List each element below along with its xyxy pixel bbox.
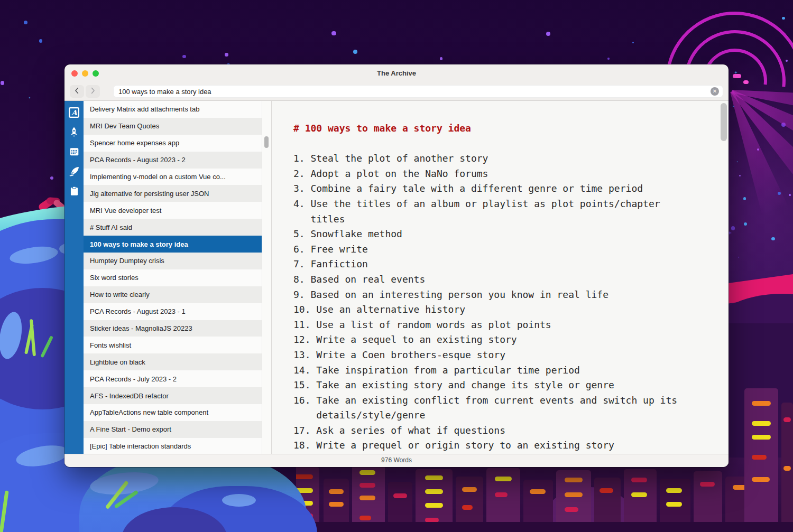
- note-list-item[interactable]: AFS - IndexedDB refactor: [84, 387, 262, 404]
- lit-window: [666, 488, 682, 493]
- note-line: 7. Fanfiction: [293, 257, 690, 272]
- note-list-item[interactable]: PCA Records - July 2023 - 2: [84, 370, 262, 387]
- lit-window: [359, 496, 375, 500]
- forward-button[interactable]: [86, 85, 100, 98]
- lit-window: [425, 503, 443, 508]
- note-line: 3. Combine a fairy tale with a different…: [293, 181, 690, 197]
- back-button[interactable]: [70, 85, 84, 98]
- lit-window: [666, 502, 682, 507]
- note-line: 15. Take an existing story and change it…: [293, 378, 690, 393]
- lit-window: [700, 482, 715, 487]
- star: [789, 194, 791, 196]
- note-line: 1. Steal the plot of another story: [293, 151, 690, 166]
- chevron-right-icon: [89, 87, 97, 97]
- lit-window: [600, 488, 613, 493]
- note-list-item[interactable]: Lightblue on black: [84, 353, 262, 370]
- close-button[interactable]: [71, 70, 78, 77]
- note-list-item[interactable]: A Fine Start - Demo export: [84, 421, 262, 438]
- note-line: 8. Based on real events: [293, 272, 690, 287]
- note-line: 10. Use an alternative history: [293, 302, 690, 318]
- lit-window: [359, 483, 375, 488]
- svg-text:A: A: [71, 108, 77, 117]
- note-line: 16. Take an existing conflict from curre…: [293, 393, 690, 423]
- lit-window: [329, 489, 344, 494]
- app-window: The Archive ✕ A Delivery Matrix add atta…: [64, 64, 729, 467]
- building: [744, 388, 778, 532]
- note-list-item[interactable]: How to write clearly: [84, 286, 262, 303]
- icon-rail: A: [64, 101, 84, 454]
- note-list-item[interactable]: Delivery Matrix add attachments tab: [84, 101, 262, 118]
- note-list-item[interactable]: PCA Records - August 2023 - 2: [84, 152, 262, 169]
- note-editor[interactable]: # 100 ways to make a story idea1. Steal …: [272, 101, 729, 454]
- note-list-item[interactable]: Implementing v-model on a custom Vue co.…: [84, 169, 262, 185]
- note-line: 14. Take inspiration from a particular t…: [293, 363, 690, 378]
- note-list-item[interactable]: Fonts wishlist: [84, 337, 262, 353]
- note-list-item[interactable]: PCA Records - August 2023 - 1: [84, 303, 262, 320]
- star: [50, 176, 53, 180]
- star: [744, 222, 747, 226]
- lit-window: [393, 493, 407, 498]
- notelist-scrollbar-thumb[interactable]: [264, 136, 269, 148]
- note-document[interactable]: # 100 ways to make a story idea1. Steal …: [293, 121, 690, 453]
- note-line: 12. Write a sequel to an existing story: [293, 332, 690, 348]
- titlebar[interactable]: The Archive: [64, 64, 729, 82]
- note-line: 13. Write a Coen brothers-esque story: [293, 348, 690, 363]
- lit-window: [329, 502, 344, 507]
- note-list-item[interactable]: Six word stories: [84, 269, 262, 286]
- clipboard-icon[interactable]: [67, 184, 81, 198]
- lit-window: [359, 470, 375, 475]
- note-list-item[interactable]: Jig alternative for persisting user JSON: [84, 185, 262, 202]
- lit-window: [565, 478, 583, 482]
- zoom-button[interactable]: [93, 70, 99, 77]
- calendar-icon[interactable]: [67, 145, 81, 158]
- star: [771, 237, 774, 240]
- note-list[interactable]: Delivery Matrix add attachments tabMRI D…: [84, 101, 262, 454]
- omnibar[interactable]: ✕: [113, 85, 723, 98]
- note-list-item[interactable]: MRI Dev Team Quotes: [84, 118, 262, 135]
- note-list-item[interactable]: [Epic] Table interaction standards: [84, 438, 262, 454]
- lit-window: [752, 455, 767, 460]
- lit-window: [495, 492, 508, 497]
- star: [739, 175, 741, 176]
- lit-window: [359, 516, 371, 520]
- lit-window: [752, 435, 771, 440]
- note-list-item[interactable]: Humptey Dumptey crisis: [84, 253, 262, 269]
- star: [743, 197, 746, 200]
- star: [782, 17, 785, 20]
- note-line: 9. Based on an interesting person you kn…: [293, 287, 690, 303]
- lit-window: [495, 477, 512, 481]
- rocket-icon[interactable]: [67, 125, 81, 139]
- lit-window: [425, 489, 443, 494]
- lit-window: [462, 487, 477, 492]
- note-list-item[interactable]: AppTableActions new table component: [84, 404, 262, 421]
- toolbar: ✕: [64, 82, 729, 100]
- star: [24, 21, 27, 24]
- note-list-item[interactable]: MRI Vue developer test: [84, 202, 262, 219]
- lit-window: [783, 417, 791, 422]
- note-list-item[interactable]: Spencer home expenses app: [84, 135, 262, 152]
- window-title: The Archive: [64, 64, 729, 82]
- note-line: 11. Use a list of random words as plot p…: [293, 318, 690, 333]
- note-list-item-selected[interactable]: 100 ways to make a story idea: [84, 236, 262, 253]
- note-list-item[interactable]: # Stuff AI said: [84, 219, 262, 236]
- quill-icon[interactable]: [67, 164, 81, 178]
- clear-search-icon[interactable]: ✕: [711, 87, 719, 96]
- lit-window: [294, 474, 313, 479]
- star: [1, 81, 5, 85]
- star: [546, 32, 550, 36]
- search-input[interactable]: [117, 87, 711, 96]
- note-line: 2. Adopt a plot on the NaNo forums: [293, 166, 690, 182]
- window-content: A Delivery Matrix add attachments tabMRI…: [64, 100, 729, 454]
- note-heading: # 100 ways to make a story idea: [293, 121, 690, 136]
- lit-window: [631, 478, 647, 482]
- lit-window: [425, 475, 443, 480]
- note-list-item[interactable]: Sticker ideas - MagnoliaJS 20223: [84, 320, 262, 337]
- minimize-button[interactable]: [82, 70, 88, 77]
- editor-scrollbar-thumb[interactable]: [721, 103, 727, 141]
- archive-logo-icon[interactable]: A: [67, 106, 81, 119]
- chevron-left-icon: [73, 87, 81, 97]
- note-line: 4. Use the titles of an album or playlis…: [293, 197, 690, 227]
- notelist-scrollbar[interactable]: [262, 101, 272, 454]
- lit-window: [752, 477, 770, 482]
- star: [39, 39, 43, 43]
